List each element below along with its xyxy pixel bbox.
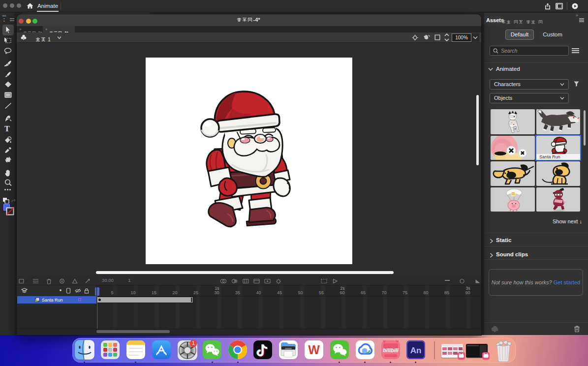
svg-text:bilibili: bilibili (383, 347, 399, 353)
svg-text:An: An (410, 346, 422, 355)
svg-text:1: 1 (192, 340, 195, 346)
svg-text:W: W (308, 343, 320, 357)
